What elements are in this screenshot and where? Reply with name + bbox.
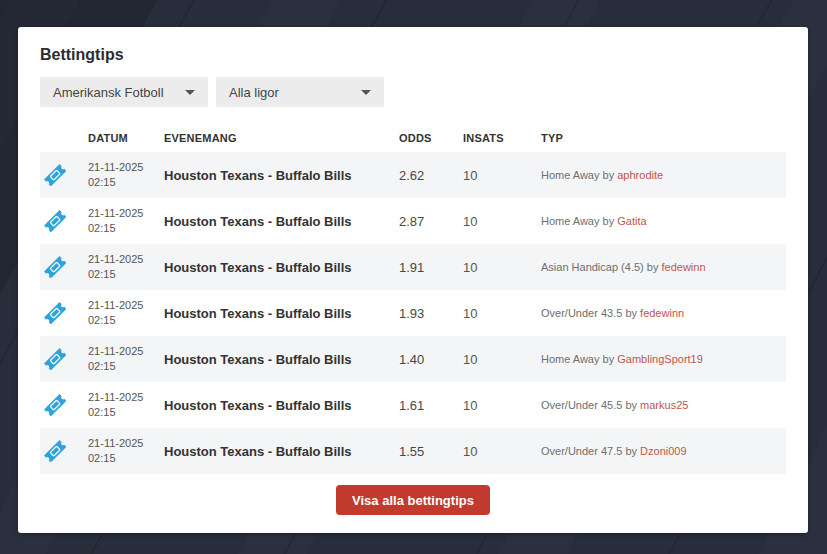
row-odds-cell: 2.87 [399, 198, 463, 244]
tip-by-label: by [603, 215, 615, 227]
odds-value: 1.93 [399, 306, 424, 321]
row-event-cell: Houston Texans - Buffalo Bills [164, 382, 399, 428]
tipster-link[interactable]: markus25 [640, 399, 688, 411]
odds-value: 2.62 [399, 168, 424, 183]
row-event-cell: Houston Texans - Buffalo Bills [164, 244, 399, 290]
row-date: 21-11-2025 [88, 206, 164, 221]
row-time: 02:15 [88, 267, 164, 282]
tips-table-body: 21-11-2025 02:15 Houston Texans - Buffal… [40, 152, 786, 474]
sport-filter-value: Amerikansk Fotboll [53, 85, 164, 100]
row-date-cell: 21-11-2025 02:15 [88, 152, 164, 198]
row-type-cell: Asian Handicap (4.5) by fedewinn [541, 244, 786, 290]
filter-bar: Amerikansk Fotboll Alla ligor [40, 77, 786, 107]
row-event-cell: Houston Texans - Buffalo Bills [164, 428, 399, 474]
event-name: Houston Texans - Buffalo Bills [164, 306, 352, 321]
table-row: 21-11-2025 02:15 Houston Texans - Buffal… [40, 336, 786, 382]
row-date-cell: 21-11-2025 02:15 [88, 198, 164, 244]
row-date-cell: 21-11-2025 02:15 [88, 336, 164, 382]
row-date-cell: 21-11-2025 02:15 [88, 290, 164, 336]
row-date-cell: 21-11-2025 02:15 [88, 244, 164, 290]
header-icon-spacer [40, 132, 88, 152]
row-icon-cell [40, 428, 88, 474]
stake-value: 10 [463, 444, 477, 459]
row-odds-cell: 1.93 [399, 290, 463, 336]
row-icon-cell [40, 382, 88, 428]
row-date-cell: 21-11-2025 02:15 [88, 382, 164, 428]
tipster-link[interactable]: fedewinn [661, 261, 705, 273]
header-odds: ODDS [399, 132, 463, 152]
tipster-link[interactable]: Dzoni009 [640, 445, 686, 457]
row-icon-cell [40, 152, 88, 198]
stake-value: 10 [463, 260, 477, 275]
tip-by-label: by [647, 261, 659, 273]
bettingtips-card: Bettingtips Amerikansk Fotboll Alla ligo… [18, 27, 808, 533]
row-type-cell: Over/Under 45.5 by markus25 [541, 382, 786, 428]
row-time: 02:15 [88, 175, 164, 190]
row-odds-cell: 1.40 [399, 336, 463, 382]
row-date: 21-11-2025 [88, 298, 164, 313]
row-icon-cell [40, 198, 88, 244]
table-row: 21-11-2025 02:15 Houston Texans - Buffal… [40, 152, 786, 198]
tip-by-label: by [603, 169, 615, 181]
ticket-icon [44, 302, 66, 324]
tipster-link[interactable]: aphrodite [617, 169, 663, 181]
caret-down-icon [185, 90, 195, 95]
row-stake-cell: 10 [463, 244, 541, 290]
tip-by-label: by [625, 307, 637, 319]
header-typ: TYP [541, 132, 786, 152]
tip-type-label: Asian Handicap (4.5) [541, 261, 644, 273]
row-event-cell: Houston Texans - Buffalo Bills [164, 152, 399, 198]
table-header-row: DATUM EVENEMANG ODDS INSATS TYP [40, 132, 786, 152]
tipster-link[interactable]: fedewinn [640, 307, 684, 319]
league-filter-value: Alla ligor [229, 85, 279, 100]
row-odds-cell: 1.91 [399, 244, 463, 290]
table-row: 21-11-2025 02:15 Houston Texans - Buffal… [40, 382, 786, 428]
page-title: Bettingtips [40, 46, 786, 64]
row-type-cell: Home Away by Gatita [541, 198, 786, 244]
row-date: 21-11-2025 [88, 344, 164, 359]
row-date: 21-11-2025 [88, 390, 164, 405]
row-date-cell: 21-11-2025 02:15 [88, 428, 164, 474]
ticket-icon [44, 348, 66, 370]
row-stake-cell: 10 [463, 382, 541, 428]
caret-down-icon [361, 90, 371, 95]
table-row: 21-11-2025 02:15 Houston Texans - Buffal… [40, 290, 786, 336]
tip-type-label: Home Away [541, 169, 600, 181]
page-background: { "page": { "title": "Bettingtips" }, "f… [0, 0, 827, 554]
row-time: 02:15 [88, 221, 164, 236]
ticket-icon [44, 210, 66, 232]
tip-type-label: Over/Under 45.5 [541, 399, 622, 411]
event-name: Houston Texans - Buffalo Bills [164, 352, 352, 367]
show-all-bettingtips-button[interactable]: Visa alla bettingtips [336, 485, 490, 515]
tip-by-label: by [625, 399, 637, 411]
tip-type-label: Home Away [541, 215, 600, 227]
event-name: Houston Texans - Buffalo Bills [164, 444, 352, 459]
button-container: Visa alla bettingtips [40, 485, 786, 515]
event-name: Houston Texans - Buffalo Bills [164, 398, 352, 413]
odds-value: 1.55 [399, 444, 424, 459]
row-date: 21-11-2025 [88, 252, 164, 267]
row-stake-cell: 10 [463, 152, 541, 198]
event-name: Houston Texans - Buffalo Bills [164, 260, 352, 275]
row-type-cell: Home Away by aphrodite [541, 152, 786, 198]
table-row: 21-11-2025 02:15 Houston Texans - Buffal… [40, 428, 786, 474]
row-type-cell: Over/Under 43.5 by fedewinn [541, 290, 786, 336]
tip-type-label: Over/Under 43.5 [541, 307, 622, 319]
ticket-icon [44, 164, 66, 186]
league-filter-select[interactable]: Alla ligor [216, 77, 384, 107]
ticket-icon [44, 440, 66, 462]
tipster-link[interactable]: Gatita [617, 215, 646, 227]
stake-value: 10 [463, 168, 477, 183]
odds-value: 1.91 [399, 260, 424, 275]
bettingtips-table: DATUM EVENEMANG ODDS INSATS TYP 21-11-20… [40, 132, 786, 474]
tipster-link[interactable]: GamblingSport19 [617, 353, 703, 365]
sport-filter-select[interactable]: Amerikansk Fotboll [40, 77, 208, 107]
event-name: Houston Texans - Buffalo Bills [164, 214, 352, 229]
row-icon-cell [40, 244, 88, 290]
ticket-icon [44, 394, 66, 416]
row-odds-cell: 1.55 [399, 428, 463, 474]
header-insats: INSATS [463, 132, 541, 152]
row-event-cell: Houston Texans - Buffalo Bills [164, 290, 399, 336]
row-odds-cell: 1.61 [399, 382, 463, 428]
header-evenemang: EVENEMANG [164, 132, 399, 152]
